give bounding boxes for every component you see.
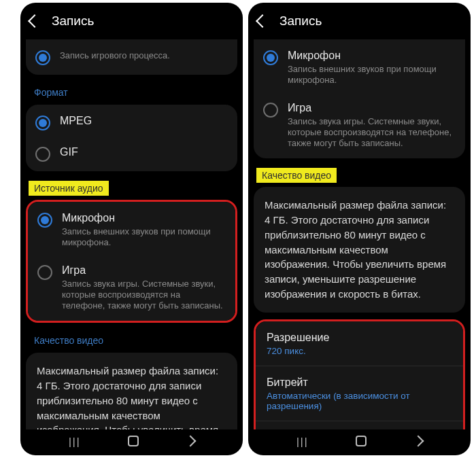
row-title: Микрофон — [62, 211, 226, 225]
scroll-area[interactable]: Микрофон Запись внешних звуков при помощ… — [248, 39, 471, 429]
row-sub: Запись звука игры. Системные звуки, кото… — [288, 116, 456, 149]
scroll-area[interactable]: Запись игрового процесса. Формат MPEG GI… — [20, 39, 243, 429]
row-title: Битрейт — [267, 376, 452, 389]
info-card: Максимальный размер файла записи: 4 ГБ. … — [26, 353, 237, 429]
card-audio: Микрофон Запись внешних звуков при помощ… — [28, 202, 235, 321]
radio-row-mic[interactable]: Микрофон Запись внешних звуков при помощ… — [28, 202, 235, 258]
nav-back-icon[interactable] — [413, 436, 424, 447]
setting-bitrate[interactable]: Битрейт Автоматически (в зависимости от … — [256, 366, 463, 421]
radio-row-gif[interactable]: GIF — [26, 140, 237, 171]
radio-row-mpeg[interactable]: MPEG — [26, 105, 237, 140]
page-title: Запись — [279, 14, 322, 29]
setting-aspect[interactable]: Пропорции На весь экран — [256, 421, 463, 430]
radio-row-game[interactable]: Игра Запись звука игры. Системные звуки,… — [28, 258, 235, 321]
section-label-video-quality: Качество видео — [27, 331, 110, 350]
row-title: GIF — [60, 145, 228, 159]
section-label-audio: Источник аудио — [29, 181, 109, 196]
nav-recents-icon[interactable]: ||| — [296, 436, 309, 447]
highlight-settings: Разрешение 720 пикс. Битрейт Автоматичес… — [254, 319, 465, 430]
row-value: 720 пикс. — [267, 346, 452, 356]
phone-left: Запись Запись игрового процесса. Формат … — [20, 3, 243, 455]
section-label-format: Формат — [27, 83, 75, 102]
page-title: Запись — [52, 14, 94, 29]
nav-home-icon[interactable] — [128, 436, 139, 446]
card-partial: Запись игрового процесса. — [26, 39, 237, 75]
row-title: Игра — [62, 264, 226, 277]
radio-icon[interactable] — [263, 103, 278, 118]
setting-resolution[interactable]: Разрешение 720 пикс. — [256, 321, 463, 366]
row-title: Разрешение — [267, 331, 452, 345]
nav-home-icon[interactable] — [356, 436, 367, 446]
radio-row-game[interactable]: Игра Запись звука игры. Системные звуки,… — [254, 96, 465, 159]
navbar: ||| — [20, 429, 243, 455]
nav-recents-icon[interactable]: ||| — [69, 436, 81, 447]
row-value: Автоматически (в зависимости от разрешен… — [267, 391, 452, 411]
card-format: MPEG GIF — [26, 105, 237, 171]
row-sub: Запись звука игры. Системные звуки, кото… — [62, 279, 226, 312]
radio-icon[interactable] — [35, 147, 50, 162]
radio-icon[interactable] — [263, 50, 278, 65]
back-icon[interactable] — [256, 14, 269, 28]
row-title: Игра — [288, 101, 456, 115]
topbar: Запись — [248, 3, 471, 39]
radio-icon[interactable] — [35, 50, 50, 65]
radio-row[interactable]: Запись игрового процесса. — [26, 39, 237, 75]
row-sub: Запись внешних звуков при помощи микрофо… — [288, 64, 456, 86]
section-label-video-quality: Качество видео — [256, 168, 337, 183]
row-title: MPEG — [60, 114, 228, 128]
row-sub: Запись внешних звуков при помощи микрофо… — [62, 226, 226, 249]
navbar: ||| — [248, 429, 471, 455]
radio-row-mic[interactable]: Микрофон Запись внешних звуков при помощ… — [254, 39, 465, 96]
radio-icon[interactable] — [37, 265, 52, 280]
row-sub: Запись игрового процесса. — [60, 50, 228, 61]
back-icon[interactable] — [28, 14, 41, 28]
card-audio: Микрофон Запись внешних звуков при помощ… — [254, 39, 465, 158]
info-card: Максимальный размер файла записи: 4 ГБ. … — [254, 187, 465, 312]
topbar: Запись — [20, 3, 243, 39]
radio-icon[interactable] — [35, 116, 50, 130]
nav-back-icon[interactable] — [185, 436, 197, 447]
row-title: Микрофон — [288, 49, 456, 63]
radio-icon[interactable] — [37, 213, 52, 228]
highlight-audio: Микрофон Запись внешних звуков при помощ… — [26, 200, 237, 323]
phone-right: Запись Микрофон Запись внешних звуков пр… — [248, 3, 471, 455]
card-settings: Разрешение 720 пикс. Битрейт Автоматичес… — [256, 321, 463, 430]
